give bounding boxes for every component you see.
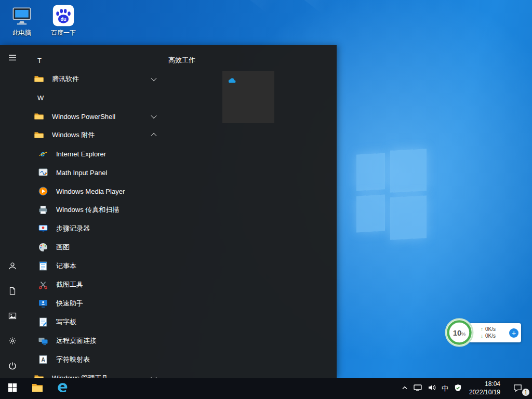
- section-label: T: [37, 57, 42, 64]
- desktop-icon-this-pc[interactable]: 此电脑: [3, 4, 41, 37]
- upload-arrow-icon: ↑: [481, 326, 483, 333]
- app-list-folder[interactable]: Windows 附件: [25, 126, 168, 144]
- app-list-item[interactable]: 远程桌面连接: [25, 331, 168, 350]
- chevron-up-icon: [402, 384, 408, 393]
- light-beam: [291, 0, 532, 15]
- desktop-icons: 此电脑 du 百度一下: [3, 4, 82, 37]
- net-speed-widget: ↑ 0K/s ↓ 0K/s + 10%: [444, 317, 522, 349]
- steps-recorder-icon: [37, 223, 49, 234]
- tile-onedrive[interactable]: [222, 71, 274, 123]
- app-label: Windows 传真和扫描: [56, 205, 119, 215]
- document-icon: [7, 285, 18, 297]
- hamburger-icon: [7, 52, 18, 63]
- download-arrow-icon: ↓: [481, 333, 483, 340]
- notification-icon: [513, 383, 522, 394]
- tray-network-button[interactable]: [411, 378, 424, 399]
- app-list-item[interactable]: A字符映射表: [25, 350, 168, 369]
- user-icon: [7, 260, 18, 272]
- screen: 此电脑 du 百度一下: [0, 0, 532, 399]
- rail-menu-button[interactable]: [0, 45, 25, 70]
- snipping-tool-icon: [37, 279, 49, 290]
- character-map-icon: A: [37, 354, 49, 365]
- svg-text:du: du: [60, 17, 66, 22]
- app-label: 写字板: [56, 317, 76, 327]
- internet-explorer-icon: e: [37, 148, 49, 159]
- start-button[interactable]: [0, 378, 25, 399]
- app-label: Math Input Panel: [56, 169, 107, 177]
- wordpad-icon: [37, 316, 49, 328]
- speaker-icon: [428, 383, 436, 394]
- windows-logo-pane: [390, 195, 427, 240]
- upload-speed-row: ↑ 0K/s: [481, 326, 496, 333]
- app-list-item[interactable]: 写字板: [25, 313, 168, 331]
- media-player-icon: [37, 185, 49, 197]
- app-label: 腾讯软件: [52, 74, 79, 84]
- tray-volume-button[interactable]: [425, 378, 438, 399]
- app-list-item[interactable]: 步骤记录器: [25, 219, 168, 238]
- desktop-icon-baidu[interactable]: du 百度一下: [45, 4, 82, 37]
- start-app-list: T腾讯软件WWindows PowerShellWindows 附件eInter…: [25, 45, 168, 378]
- app-list-item[interactable]: eInternet Explorer: [25, 144, 168, 163]
- action-center-button[interactable]: 1: [505, 378, 530, 399]
- app-list-folder[interactable]: Windows PowerShell: [25, 107, 168, 126]
- app-label: Windows PowerShell: [52, 113, 115, 121]
- svg-text:A: A: [41, 357, 45, 363]
- net-speed-panel[interactable]: ↑ 0K/s ↓ 0K/s +: [469, 323, 521, 342]
- power-icon: [7, 360, 18, 371]
- rail-documents-button[interactable]: [0, 278, 25, 303]
- taskbar: 中 18:04 2022/10/19 1: [0, 378, 532, 399]
- folder-icon: [33, 373, 45, 378]
- folder-icon: [31, 381, 44, 396]
- usage-gauge[interactable]: 10%: [444, 317, 474, 348]
- app-list-folder[interactable]: Windows 管理工具: [25, 369, 168, 378]
- desktop-icon-label: 此电脑: [12, 29, 31, 37]
- app-list-folder[interactable]: 腾讯软件: [25, 70, 168, 88]
- rail-pictures-button[interactable]: [0, 303, 25, 328]
- app-list-item[interactable]: 画图: [25, 238, 168, 257]
- app-label: Windows Media Player: [56, 188, 125, 195]
- tray-ime-indicator[interactable]: 中: [439, 378, 451, 399]
- app-label: Windows 附件: [52, 130, 95, 140]
- browser-button[interactable]: [50, 378, 75, 399]
- network-icon: [414, 383, 422, 394]
- app-label: 远程桌面连接: [56, 336, 97, 345]
- start-rail: [0, 45, 25, 378]
- start-menu: T腾讯软件WWindows PowerShellWindows 附件eInter…: [0, 45, 337, 378]
- app-list-item[interactable]: 快速助手: [25, 294, 168, 313]
- rail-account-button[interactable]: [0, 254, 25, 278]
- app-label: 字符映射表: [56, 355, 90, 364]
- tile-group-label[interactable]: 高效工作: [168, 56, 337, 65]
- app-list-item[interactable]: Windows 传真和扫描: [25, 201, 168, 219]
- taskbar-clock[interactable]: 18:04 2022/10/19: [465, 380, 504, 396]
- cloud-icon: [228, 76, 237, 88]
- app-list-item[interactable]: 截图工具: [25, 275, 168, 294]
- file-explorer-button[interactable]: [25, 378, 50, 399]
- gear-icon: [7, 335, 18, 347]
- add-button[interactable]: +: [509, 328, 518, 338]
- app-list-item[interactable]: Windows Media Player: [25, 182, 168, 201]
- usage-percent-value: 10: [453, 328, 462, 337]
- app-label: 快速助手: [56, 299, 83, 308]
- folder-icon: [33, 129, 45, 141]
- chevron-down-icon: [151, 375, 156, 378]
- tray-security-button[interactable]: [451, 378, 464, 399]
- app-section-header[interactable]: T: [25, 51, 168, 70]
- folder-icon: [33, 111, 45, 122]
- tray-chevron-up-button[interactable]: [399, 378, 410, 399]
- app-list-item[interactable]: 记事本: [25, 257, 168, 275]
- notification-badge: 1: [522, 389, 529, 396]
- start-rail-top: [0, 45, 25, 70]
- app-list-item[interactable]: Math Input Panel: [25, 163, 168, 182]
- desktop-icon-label: 百度一下: [51, 29, 76, 37]
- rail-settings-button[interactable]: [0, 328, 25, 353]
- chevron-down-icon: [151, 113, 156, 118]
- rail-power-button[interactable]: [0, 353, 25, 378]
- clock-time: 18:04: [485, 380, 500, 389]
- start-tile-pane: 高效工作: [168, 45, 337, 378]
- windows-logo-icon: [8, 383, 17, 394]
- start-rail-bottom: [0, 254, 25, 378]
- quick-assist-icon: [37, 298, 49, 309]
- app-section-header[interactable]: W: [25, 88, 168, 107]
- light-beam: [223, 0, 532, 15]
- fax-scan-icon: [37, 204, 49, 216]
